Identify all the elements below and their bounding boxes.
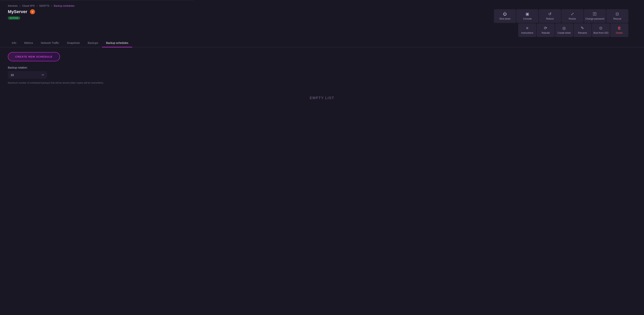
tab-network-traffic[interactable]: Network Traffic [37, 39, 63, 48]
rotation-value: 10 [10, 73, 40, 76]
change-password-icon: ⚿ [593, 12, 597, 16]
rescue-icon: ⊡ [616, 12, 619, 16]
backup-rotation-label: Backup rotation: [8, 66, 636, 69]
delete-icon: 🗑 [617, 26, 621, 30]
shut-down-button[interactable]: ⏻Shut down [494, 9, 516, 23]
change-password-button[interactable]: ⚿Change password [584, 9, 606, 23]
breadcrumb-current: Backup schedules [54, 4, 74, 7]
tab-info[interactable]: Info [8, 39, 20, 48]
shut-down-icon: ⏻ [503, 12, 507, 16]
status-badge: ACTIVE [8, 16, 20, 20]
reboot-icon: ↺ [548, 12, 552, 16]
shut-down-label: Shut down [500, 18, 510, 20]
tabs-bar: InfoMetricsNetwork TrafficSnapshotsBacku… [0, 39, 644, 48]
resize-button[interactable]: ⤢Resize [561, 9, 584, 23]
resize-label: Resize [569, 18, 576, 20]
rescue-button[interactable]: ⊡Rescue [606, 9, 628, 23]
breadcrumb-cloud-vps[interactable]: Cloud VPS [22, 4, 35, 7]
tab-snapshots[interactable]: Snapshots [63, 39, 84, 48]
delete-button[interactable]: 🗑Delete [610, 23, 628, 37]
console-icon: ▣ [526, 12, 529, 16]
rename-icon: ✎ [581, 26, 584, 30]
os-icon: U [30, 9, 35, 14]
boot-from-iso-label: Boot from ISO [594, 32, 608, 34]
rebuild-label: Rebuild [542, 32, 550, 34]
boot-from-iso-button[interactable]: ⊙Boot from ISO [592, 23, 610, 37]
create-schedule-button[interactable]: CREATE NEW SCHEDULE [8, 52, 60, 61]
boot-from-iso-icon: ⊙ [599, 26, 602, 30]
breadcrumb-server-id[interactable]: 5203773 [39, 4, 49, 7]
action-buttons-row2: ≡Instructions⟳Rebuild◎Create ticket✎Rena… [518, 23, 628, 37]
console-button[interactable]: ▣Console [516, 9, 538, 23]
delete-label: Delete [616, 32, 623, 34]
reboot-label: Reboot [546, 18, 554, 20]
instructions-label: Instructions [521, 32, 533, 34]
rotation-hint: Maximum number of scheduled backups that… [8, 82, 106, 84]
rename-label: Rename [578, 32, 587, 34]
tab-backup-schedules[interactable]: Backup schedules [102, 39, 132, 48]
edit-rotation-icon[interactable]: ✏ [42, 73, 44, 77]
rotation-input-row: 10 ✏ [8, 71, 47, 79]
create-ticket-label: Create ticket [558, 32, 570, 34]
change-password-label: Change password [586, 18, 604, 20]
create-ticket-icon: ◎ [562, 26, 566, 30]
server-name: MyServer [8, 9, 27, 14]
empty-list-label: EMPTY LIST [8, 96, 636, 100]
tab-metrics[interactable]: Metrics [20, 39, 37, 48]
breadcrumb: Services › Cloud VPS › 5203773 › Backup … [0, 1, 644, 9]
resize-icon: ⤢ [571, 12, 574, 16]
tab-backups[interactable]: Backups [84, 39, 102, 48]
rename-button[interactable]: ✎Rename [574, 23, 592, 37]
rebuild-button[interactable]: ⟳Rebuild [537, 23, 555, 37]
rebuild-icon: ⟳ [544, 26, 547, 30]
instructions-icon: ≡ [526, 26, 528, 30]
reboot-button[interactable]: ↺Reboot [539, 9, 561, 23]
create-ticket-button[interactable]: ◎Create ticket [555, 23, 573, 37]
content-area: CREATE NEW SCHEDULE Backup rotation: 10 … [0, 52, 644, 100]
action-buttons-row1: ⏻Shut down▣Console↺Reboot⤢Resize⚿Change … [494, 9, 628, 23]
instructions-button[interactable]: ≡Instructions [518, 23, 536, 37]
breadcrumb-services[interactable]: Services [8, 4, 18, 7]
console-label: Console [523, 18, 532, 20]
rescue-label: Rescue [613, 18, 621, 20]
